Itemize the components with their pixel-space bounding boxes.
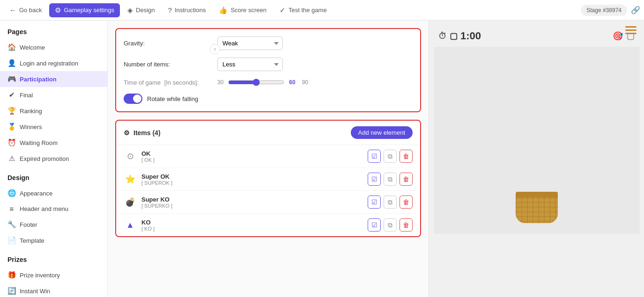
template-icon: 📄: [7, 236, 16, 245]
item-superok-copy-button[interactable]: ⧉: [384, 173, 397, 186]
design-icon: ◈: [127, 6, 133, 14]
back-icon: ←: [9, 6, 16, 14]
sidebar-item-welcome[interactable]: 🏠 Welcome: [0, 39, 107, 55]
gravity-select[interactable]: Weak Normal Strong: [217, 36, 283, 50]
sidebar-item-template[interactable]: 📄 Template: [0, 232, 107, 248]
participation-icon: 🎮: [7, 75, 16, 83]
design-section-title: Design: [0, 167, 107, 185]
target-icon: 🎯: [613, 31, 623, 41]
item-superok-icon: ⭐: [124, 174, 137, 184]
time-current-value: 60: [289, 79, 295, 86]
sidebar-item-final[interactable]: ✔ Final: [0, 87, 107, 103]
item-superok-actions: ☑ ⧉ 🗑: [368, 173, 413, 186]
time-slider-row: 30 60 90: [217, 79, 308, 86]
preview-inner: ⏱ ▢ 1:00 🎯 ▢: [429, 21, 644, 297]
sidebar-item-footer[interactable]: 🔧 Footer: [0, 217, 107, 232]
item-row-superko: 💣 Super KO [ SUPERKO ] ☑ ⧉ 🗑: [116, 191, 420, 214]
timer-display-icon: ▢: [450, 31, 458, 41]
item-superko-icon: 💣: [124, 197, 137, 207]
rotate-toggle[interactable]: [124, 94, 142, 104]
item-superok-info: Super OK [ SUPEROK ]: [141, 173, 368, 186]
ranking-icon: 🏆: [7, 107, 16, 115]
item-superko-tag: [ SUPERKO ]: [141, 203, 368, 209]
add-new-element-button[interactable]: Add new element: [351, 126, 413, 139]
game-timer: ⏱ ▢ 1:00: [438, 30, 481, 42]
time-max-value: 90: [302, 79, 308, 86]
basket-weave-pattern: [516, 197, 558, 223]
item-row-ok: ⊙ OK [ OK ] ☑ ⧉ 🗑: [116, 145, 420, 168]
item-superko-delete-button[interactable]: 🗑: [400, 196, 413, 209]
item-row-ko: ▲ KO [ KO ] ☑ ⧉ 🗑: [116, 214, 420, 236]
gravity-setting-row: Gravity: Weak Normal Strong: [124, 36, 413, 50]
prize-inventory-icon: 🎁: [7, 271, 16, 279]
item-ko-icon: ▲: [124, 220, 137, 230]
item-superko-info: Super KO [ SUPERKO ]: [141, 196, 368, 209]
score-screen-tab[interactable]: 👍 Score screen: [213, 3, 272, 17]
checkmark-icon: ✓: [280, 6, 286, 14]
pages-section-title: Pages: [0, 21, 107, 39]
gravity-label: Gravity:: [124, 40, 217, 47]
sidebar-item-expired[interactable]: ⚠ Expired promotion: [0, 151, 107, 167]
test-game-tab[interactable]: ✓ Test the game: [274, 3, 333, 17]
instructions-tab[interactable]: ? Instructions: [163, 3, 212, 17]
item-ok-delete-button[interactable]: 🗑: [400, 150, 413, 163]
item-superok-check-button[interactable]: ☑: [368, 173, 381, 186]
design-tab[interactable]: ◈ Design: [122, 3, 160, 17]
sidebar-item-ranking[interactable]: 🏆 Ranking: [0, 103, 107, 119]
item-ok-actions: ☑ ⧉ 🗑: [368, 150, 413, 163]
item-ko-name: KO: [141, 219, 368, 226]
items-count-setting-row: Number of items: Less Normal More: [124, 58, 413, 71]
sidebar-item-header-menu[interactable]: ≡ Header and menu: [0, 201, 107, 217]
item-superko-copy-button[interactable]: ⧉: [384, 196, 397, 209]
prizes-section-title: Prizes: [0, 248, 107, 267]
time-label: Time of game [In seconds]:: [124, 79, 217, 86]
sidebar-item-prize-inventory[interactable]: 🎁 Prize inventory: [0, 267, 107, 283]
items-count-select[interactable]: Less Normal More: [217, 58, 283, 71]
game-preview-panel: ⏱ ▢ 1:00 🎯 ▢: [429, 21, 644, 297]
item-ko-check-button[interactable]: ☑: [368, 218, 381, 232]
item-row-superok: ⭐ Super OK [ SUPEROK ] ☑ ⧉ 🗑: [116, 168, 420, 191]
item-ok-name: OK: [141, 150, 368, 157]
sidebar-item-winners[interactable]: 🥇 Winners: [0, 119, 107, 135]
sidebar-item-participation[interactable]: 🎮 Participation: [0, 71, 107, 87]
item-superok-delete-button[interactable]: 🗑: [400, 173, 413, 186]
hamburger-menu[interactable]: [625, 26, 637, 34]
login-icon: 👤: [7, 59, 16, 67]
item-ko-info: KO [ KO ]: [141, 219, 368, 232]
sidebar-item-appearance[interactable]: 🌐 Appearance: [0, 185, 107, 201]
top-navigation: ← Go back ⚙ Gameplay settings ◈ Design ?…: [0, 0, 644, 21]
item-superko-check-button[interactable]: ☑: [368, 196, 381, 209]
sidebar-item-instant-win[interactable]: 🔄 Instant Win: [0, 283, 107, 297]
gameplay-settings-tab[interactable]: ⚙ Gameplay settings: [49, 3, 120, 17]
winners-icon: 🥇: [7, 123, 16, 131]
header-icon: ≡: [7, 205, 16, 213]
time-min-value: 30: [217, 79, 223, 86]
basket: [516, 192, 558, 225]
rotate-toggle-row: Rotate while falling: [124, 94, 413, 104]
item-ko-delete-button[interactable]: 🗑: [400, 218, 413, 232]
item-superok-tag: [ SUPEROK ]: [141, 180, 368, 186]
item-ok-copy-button[interactable]: ⧉: [384, 150, 397, 163]
gameplay-icon: ⚙: [55, 6, 61, 14]
hamburger-line-2: [625, 29, 637, 31]
time-slider[interactable]: [228, 79, 284, 86]
link-icon[interactable]: 🔗: [631, 6, 640, 14]
timer-icon: ⏱: [438, 31, 447, 41]
game-play-area: [434, 47, 640, 234]
item-ko-copy-button[interactable]: ⧉: [384, 218, 397, 232]
waiting-icon: ⏰: [7, 138, 16, 147]
items-gear-icon: ⚙: [124, 129, 130, 137]
welcome-icon: 🏠: [7, 43, 16, 51]
go-back-button[interactable]: ← Go back: [4, 3, 47, 17]
item-ko-tag: [ KO ]: [141, 226, 368, 232]
settings-content: Gravity: Weak Normal Strong Number of it…: [108, 21, 429, 297]
sidebar-item-waiting-room[interactable]: ⏰ Waiting Room: [0, 135, 107, 151]
stage-badge[interactable]: Stage #38974: [581, 5, 627, 16]
items-header: ⚙ Items (4) Add new element: [116, 121, 420, 145]
instant-win-icon: 🔄: [7, 287, 16, 295]
item-ok-check-button[interactable]: ☑: [368, 150, 381, 163]
sidebar-item-login[interactable]: 👤 Login and registration: [0, 55, 107, 71]
item-superok-name: Super OK: [141, 173, 368, 180]
item-superko-name: Super KO: [141, 196, 368, 203]
sidebar-collapse-button[interactable]: ‹: [210, 44, 220, 54]
